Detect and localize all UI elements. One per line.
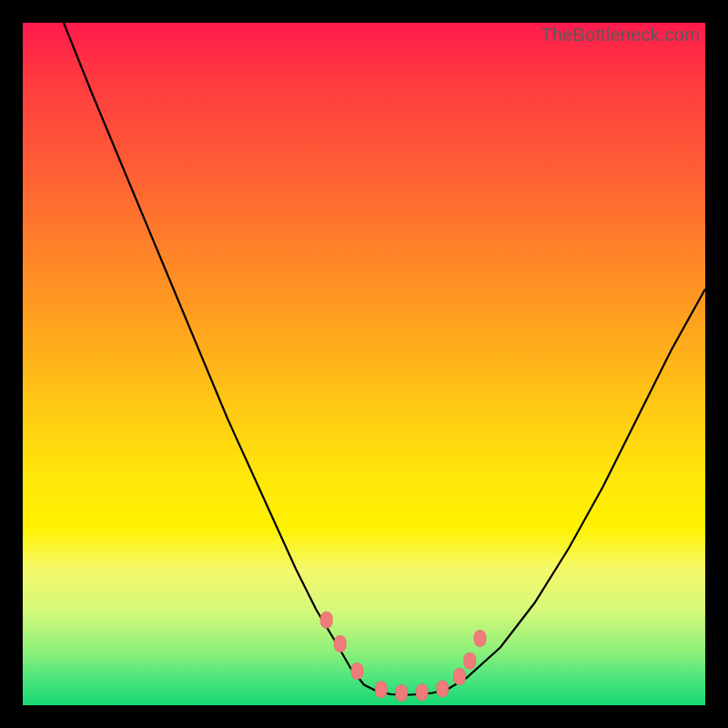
highlight-marker [416, 684, 428, 701]
highlight-marker [437, 681, 449, 697]
plot-area: TheBottleneck.com [23, 23, 705, 705]
highlight-marker [464, 652, 476, 669]
highlight-marker [474, 631, 486, 647]
curve-left-branch [64, 23, 378, 692]
curve-valley-floor [378, 691, 446, 695]
highlight-marker [351, 663, 363, 680]
highlight-markers [320, 612, 486, 701]
chart-overlay [23, 23, 705, 705]
highlight-marker [454, 669, 466, 685]
highlight-marker [375, 682, 387, 698]
highlight-marker [334, 636, 346, 652]
chart-frame: TheBottleneck.com [0, 0, 728, 728]
curve-right-branch [446, 289, 705, 691]
highlight-marker [320, 612, 332, 628]
highlight-marker [396, 685, 408, 702]
